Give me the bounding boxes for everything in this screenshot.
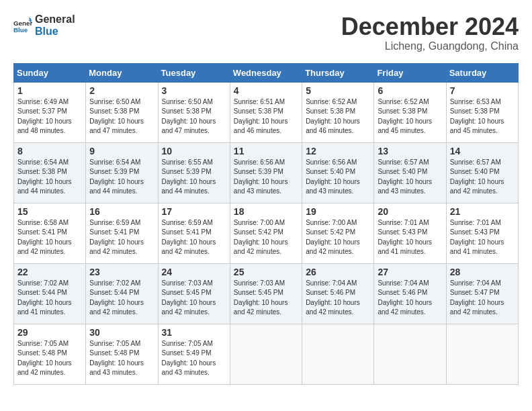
calendar-cell xyxy=(302,324,374,384)
day-number: 22 xyxy=(17,267,82,277)
calendar-cell: 12Sunrise: 6:56 AM Sunset: 5:40 PM Dayli… xyxy=(302,142,374,203)
calendar-cell: 24Sunrise: 7:03 AM Sunset: 5:45 PM Dayli… xyxy=(158,263,230,324)
day-number: 28 xyxy=(450,267,515,277)
day-number: 23 xyxy=(89,267,154,277)
calendar-cell: 19Sunrise: 7:00 AM Sunset: 5:42 PM Dayli… xyxy=(302,203,374,263)
day-number: 1 xyxy=(17,85,82,96)
day-info: Sunrise: 6:59 AM Sunset: 5:41 PM Dayligh… xyxy=(162,218,226,257)
day-info: Sunrise: 6:55 AM Sunset: 5:39 PM Dayligh… xyxy=(162,158,226,197)
calendar-cell xyxy=(446,324,518,384)
calendar-header-row: Sunday Monday Tuesday Wednesday Thursday… xyxy=(14,63,519,82)
day-info: Sunrise: 7:03 AM Sunset: 5:45 PM Dayligh… xyxy=(162,279,226,318)
day-number: 19 xyxy=(306,206,370,217)
day-number: 5 xyxy=(306,85,370,96)
day-info: Sunrise: 7:05 AM Sunset: 5:49 PM Dayligh… xyxy=(162,339,226,378)
day-number: 30 xyxy=(89,327,154,338)
day-info: Sunrise: 7:05 AM Sunset: 5:48 PM Dayligh… xyxy=(89,339,154,378)
calendar-cell: 26Sunrise: 7:04 AM Sunset: 5:46 PM Dayli… xyxy=(302,263,374,324)
calendar-cell: 5Sunrise: 6:52 AM Sunset: 5:38 PM Daylig… xyxy=(302,82,374,142)
logo-line1: General xyxy=(35,13,75,26)
day-info: Sunrise: 7:02 AM Sunset: 5:44 PM Dayligh… xyxy=(17,279,82,318)
calendar-cell: 28Sunrise: 7:04 AM Sunset: 5:47 PM Dayli… xyxy=(446,263,518,324)
svg-text:Blue: Blue xyxy=(13,26,28,33)
day-info: Sunrise: 6:50 AM Sunset: 5:38 PM Dayligh… xyxy=(162,97,226,136)
calendar-cell: 23Sunrise: 7:02 AM Sunset: 5:44 PM Dayli… xyxy=(86,263,158,324)
day-number: 8 xyxy=(17,146,82,156)
day-info: Sunrise: 6:59 AM Sunset: 5:41 PM Dayligh… xyxy=(89,218,154,257)
calendar-cell: 10Sunrise: 6:55 AM Sunset: 5:39 PM Dayli… xyxy=(158,142,230,203)
day-number: 12 xyxy=(306,146,370,156)
day-number: 26 xyxy=(306,267,370,277)
day-number: 29 xyxy=(17,327,82,338)
page-header: General Blue General Blue December 2024 … xyxy=(13,13,519,52)
calendar-cell: 16Sunrise: 6:59 AM Sunset: 5:41 PM Dayli… xyxy=(86,203,158,263)
calendar-cell: 9Sunrise: 6:54 AM Sunset: 5:39 PM Daylig… xyxy=(86,142,158,203)
day-number: 9 xyxy=(89,146,154,156)
logo-icon: General Blue xyxy=(13,16,32,35)
day-info: Sunrise: 7:00 AM Sunset: 5:42 PM Dayligh… xyxy=(306,218,370,257)
calendar-cell: 30Sunrise: 7:05 AM Sunset: 5:48 PM Dayli… xyxy=(86,324,158,384)
col-friday: Friday xyxy=(374,63,446,82)
calendar-cell: 15Sunrise: 6:58 AM Sunset: 5:41 PM Dayli… xyxy=(14,203,86,263)
calendar-cell xyxy=(230,324,302,384)
day-number: 13 xyxy=(378,146,442,156)
calendar-week-4: 22Sunrise: 7:02 AM Sunset: 5:44 PM Dayli… xyxy=(14,263,519,324)
calendar-week-1: 1Sunrise: 6:49 AM Sunset: 5:37 PM Daylig… xyxy=(14,82,519,142)
day-info: Sunrise: 7:04 AM Sunset: 5:46 PM Dayligh… xyxy=(378,279,442,318)
calendar-cell: 8Sunrise: 6:54 AM Sunset: 5:38 PM Daylig… xyxy=(14,142,86,203)
calendar-cell: 31Sunrise: 7:05 AM Sunset: 5:49 PM Dayli… xyxy=(158,324,230,384)
calendar-cell: 2Sunrise: 6:50 AM Sunset: 5:38 PM Daylig… xyxy=(86,82,158,142)
day-number: 18 xyxy=(234,206,298,217)
calendar-cell: 4Sunrise: 6:51 AM Sunset: 5:38 PM Daylig… xyxy=(230,82,302,142)
day-info: Sunrise: 7:00 AM Sunset: 5:42 PM Dayligh… xyxy=(234,218,298,257)
calendar-cell: 6Sunrise: 6:52 AM Sunset: 5:38 PM Daylig… xyxy=(374,82,446,142)
day-number: 2 xyxy=(89,85,154,96)
calendar-cell: 29Sunrise: 7:05 AM Sunset: 5:48 PM Dayli… xyxy=(14,324,86,384)
day-info: Sunrise: 6:52 AM Sunset: 5:38 PM Dayligh… xyxy=(306,97,370,136)
day-info: Sunrise: 6:54 AM Sunset: 5:38 PM Dayligh… xyxy=(17,158,82,197)
day-number: 21 xyxy=(450,206,515,217)
calendar-cell: 1Sunrise: 6:49 AM Sunset: 5:37 PM Daylig… xyxy=(14,82,86,142)
calendar-cell: 3Sunrise: 6:50 AM Sunset: 5:38 PM Daylig… xyxy=(158,82,230,142)
day-info: Sunrise: 6:54 AM Sunset: 5:39 PM Dayligh… xyxy=(89,158,154,197)
calendar-week-5: 29Sunrise: 7:05 AM Sunset: 5:48 PM Dayli… xyxy=(14,324,519,384)
day-number: 11 xyxy=(234,146,298,156)
location: Licheng, Guangdong, China xyxy=(341,40,519,52)
day-info: Sunrise: 6:58 AM Sunset: 5:41 PM Dayligh… xyxy=(17,218,82,257)
logo: General Blue General Blue xyxy=(13,13,75,37)
day-info: Sunrise: 6:56 AM Sunset: 5:40 PM Dayligh… xyxy=(306,158,370,197)
logo-line2: Blue xyxy=(35,26,75,38)
day-info: Sunrise: 6:57 AM Sunset: 5:40 PM Dayligh… xyxy=(378,158,442,197)
day-info: Sunrise: 7:04 AM Sunset: 5:46 PM Dayligh… xyxy=(306,279,370,318)
day-info: Sunrise: 7:01 AM Sunset: 5:43 PM Dayligh… xyxy=(378,218,442,257)
calendar-week-2: 8Sunrise: 6:54 AM Sunset: 5:38 PM Daylig… xyxy=(14,142,519,203)
day-number: 16 xyxy=(89,206,154,217)
day-info: Sunrise: 6:57 AM Sunset: 5:40 PM Dayligh… xyxy=(450,158,515,197)
day-info: Sunrise: 7:05 AM Sunset: 5:48 PM Dayligh… xyxy=(17,339,82,378)
day-number: 25 xyxy=(234,267,298,277)
calendar: Sunday Monday Tuesday Wednesday Thursday… xyxy=(13,63,519,385)
day-info: Sunrise: 6:53 AM Sunset: 5:38 PM Dayligh… xyxy=(450,97,515,136)
day-number: 27 xyxy=(378,267,442,277)
month-title: December 2024 xyxy=(341,13,519,40)
calendar-cell: 22Sunrise: 7:02 AM Sunset: 5:44 PM Dayli… xyxy=(14,263,86,324)
col-tuesday: Tuesday xyxy=(158,63,230,82)
day-number: 10 xyxy=(162,146,226,156)
col-monday: Monday xyxy=(86,63,158,82)
day-info: Sunrise: 7:02 AM Sunset: 5:44 PM Dayligh… xyxy=(89,279,154,318)
day-number: 4 xyxy=(234,85,298,96)
calendar-cell: 25Sunrise: 7:03 AM Sunset: 5:45 PM Dayli… xyxy=(230,263,302,324)
day-number: 15 xyxy=(17,206,82,217)
day-number: 7 xyxy=(450,85,515,96)
day-info: Sunrise: 6:51 AM Sunset: 5:38 PM Dayligh… xyxy=(234,97,298,136)
calendar-cell xyxy=(374,324,446,384)
col-thursday: Thursday xyxy=(302,63,374,82)
calendar-cell: 17Sunrise: 6:59 AM Sunset: 5:41 PM Dayli… xyxy=(158,203,230,263)
title-block: December 2024 Licheng, Guangdong, China xyxy=(341,13,519,52)
calendar-cell: 27Sunrise: 7:04 AM Sunset: 5:46 PM Dayli… xyxy=(374,263,446,324)
day-number: 6 xyxy=(378,85,442,96)
calendar-cell: 7Sunrise: 6:53 AM Sunset: 5:38 PM Daylig… xyxy=(446,82,518,142)
day-info: Sunrise: 7:01 AM Sunset: 5:43 PM Dayligh… xyxy=(450,218,515,257)
calendar-cell: 13Sunrise: 6:57 AM Sunset: 5:40 PM Dayli… xyxy=(374,142,446,203)
calendar-cell: 21Sunrise: 7:01 AM Sunset: 5:43 PM Dayli… xyxy=(446,203,518,263)
